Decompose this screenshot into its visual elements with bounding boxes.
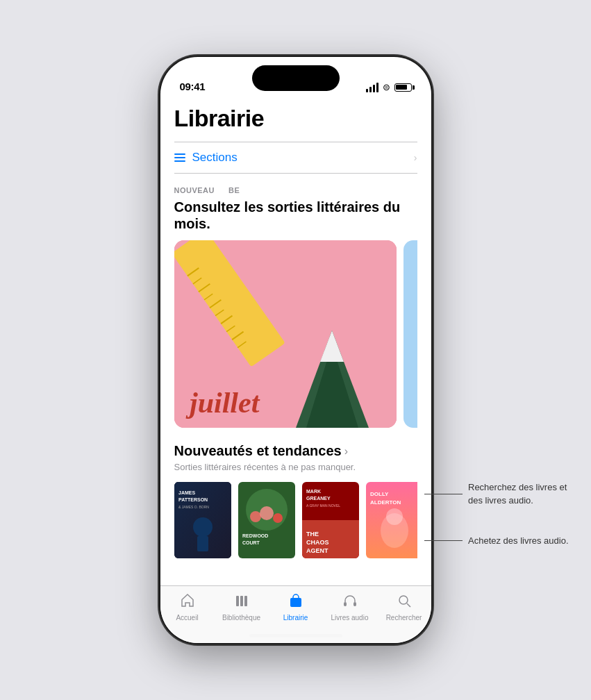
tab-livres-audio[interactable]: Livres audio xyxy=(323,593,377,622)
tab-rechercher[interactable]: Rechercher xyxy=(377,593,431,622)
books-row: JAMES PATTERSON & JAMES O. BORN xyxy=(174,482,417,558)
svg-point-21 xyxy=(193,517,213,537)
annotation-line-1 xyxy=(424,494,463,494)
tab-librairie-label: Librairie xyxy=(283,614,308,622)
annotation-search: Recherchez des livres et des livres audi… xyxy=(424,481,577,506)
svg-text:& JAMES O. BORN: & JAMES O. BORN xyxy=(178,505,209,509)
svg-rect-46 xyxy=(244,596,247,606)
tab-accueil[interactable]: Accueil xyxy=(160,593,215,622)
annotation-text-1: Recherchez des livres et des livres audi… xyxy=(463,481,577,506)
svg-text:DOLLY: DOLLY xyxy=(370,491,389,497)
featured-tag-be: BE xyxy=(228,186,240,194)
featured-section: NOUVEAU BE Consultez les sorties littéra… xyxy=(174,186,417,428)
featured-card-juillet[interactable]: juillet xyxy=(174,240,397,428)
svg-text:A GRAY MAN NOVEL: A GRAY MAN NOVEL xyxy=(306,503,340,508)
svg-rect-22 xyxy=(197,536,208,551)
featured-labels: NOUVEAU BE xyxy=(174,186,417,194)
featured-headline: Consultez les sorties littéraires du moi… xyxy=(174,199,417,232)
svg-point-50 xyxy=(399,596,408,604)
battery-icon xyxy=(394,83,412,92)
dynamic-island xyxy=(252,65,340,91)
book-patterson[interactable]: JAMES PATTERSON & JAMES O. BORN xyxy=(174,482,231,558)
annotation-text-2: Achetez des livres audio. xyxy=(463,535,569,547)
section-header: Nouveautés et tendances › xyxy=(174,443,417,459)
signal-icon xyxy=(366,83,378,92)
featured-tag-nouveau: NOUVEAU xyxy=(174,186,215,194)
tab-librairie[interactable]: Librairie xyxy=(269,593,323,622)
svg-rect-49 xyxy=(353,602,356,606)
svg-text:GREANEY: GREANEY xyxy=(306,496,331,501)
sections-row[interactable]: Sections › xyxy=(174,142,417,174)
tab-bibliotheque-label: Bibliothèque xyxy=(222,614,260,622)
section-chevron: › xyxy=(344,445,348,458)
tab-livres-audio-label: Livres audio xyxy=(331,614,369,622)
book-redwood[interactable]: REDWOOD COURT xyxy=(238,482,295,558)
svg-rect-47 xyxy=(290,598,301,607)
svg-point-28 xyxy=(260,506,274,520)
section-subtitle: Sorties littéraires récentes à ne pas ma… xyxy=(174,462,417,472)
tab-accueil-label: Accueil xyxy=(176,614,198,622)
nouveautes-section: Nouveautés et tendances › Sorties littér… xyxy=(174,443,417,558)
sections-label: Sections xyxy=(192,151,238,165)
svg-rect-48 xyxy=(344,602,347,606)
wifi-icon: ⊜ xyxy=(383,82,390,92)
svg-rect-45 xyxy=(240,596,243,606)
bag-icon xyxy=(288,593,303,611)
tab-rechercher-label: Rechercher xyxy=(386,614,422,622)
svg-text:PATTERSON: PATTERSON xyxy=(178,497,208,502)
phone-frame: 09:41 ⊜ Librairie xyxy=(160,57,431,643)
svg-text:ALDERTON: ALDERTON xyxy=(370,499,401,506)
annotation-audio: Achetez des livres audio. xyxy=(424,535,577,547)
screen-content: Librairie Sections › xyxy=(160,98,431,585)
book-alderton[interactable]: DOLLY ALDERTON xyxy=(366,482,417,558)
svg-text:juillet: juillet xyxy=(185,387,260,419)
featured-cards: juillet xyxy=(174,240,417,428)
sections-left: Sections xyxy=(174,151,238,165)
svg-text:COURT: COURT xyxy=(242,540,260,545)
page-title: Librairie xyxy=(174,105,417,132)
svg-text:CHAOS: CHAOS xyxy=(306,539,329,546)
book-greaney[interactable]: MARK GREANEY A GRAY MAN NOVEL THE CHAOS … xyxy=(302,482,359,558)
search-icon xyxy=(397,593,412,611)
svg-point-29 xyxy=(273,513,283,523)
featured-card-partial xyxy=(403,240,417,428)
headphones-icon xyxy=(342,593,358,611)
svg-text:REDWOOD: REDWOOD xyxy=(242,533,268,538)
home-icon xyxy=(180,593,195,611)
hamburger-icon xyxy=(174,153,185,162)
svg-text:AGENT: AGENT xyxy=(306,547,328,554)
svg-rect-44 xyxy=(236,596,239,606)
svg-text:JAMES: JAMES xyxy=(178,490,195,495)
section-title: Nouveautés et tendances xyxy=(174,443,342,459)
tab-bibliotheque[interactable]: Bibliothèque xyxy=(215,593,269,622)
sections-chevron: › xyxy=(414,152,417,163)
status-time: 09:41 xyxy=(180,81,206,92)
tab-bar: Accueil Bibliothèque xyxy=(160,585,431,643)
svg-line-51 xyxy=(407,603,410,607)
svg-text:THE: THE xyxy=(306,531,319,538)
svg-text:MARK: MARK xyxy=(306,489,321,494)
annotation-line-2 xyxy=(424,540,463,541)
library-icon xyxy=(234,593,249,611)
status-icons: ⊜ xyxy=(366,82,412,92)
svg-point-42 xyxy=(386,508,403,525)
svg-point-27 xyxy=(250,511,261,522)
